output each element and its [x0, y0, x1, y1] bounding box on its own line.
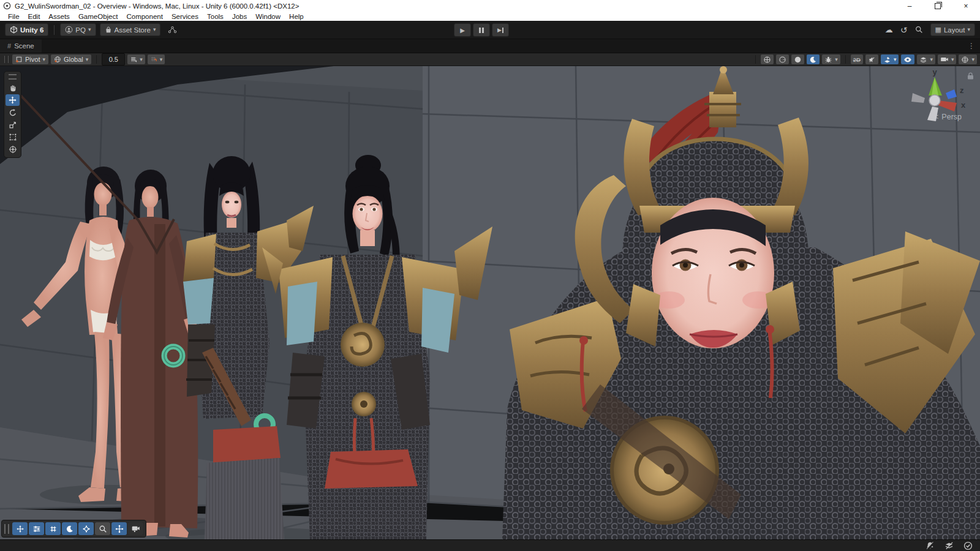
- menu-tools[interactable]: Tools: [203, 13, 228, 20]
- view-hand-tool-button[interactable]: [6, 82, 20, 94]
- overlay-toolbar-bottom: [1, 520, 146, 538]
- unity-app-icon: [3, 2, 11, 10]
- grid-snap-dropdown[interactable]: ▾: [127, 54, 145, 64]
- gizmo-y-label[interactable]: y: [932, 69, 937, 77]
- notifications-muted-icon[interactable]: [925, 541, 935, 551]
- grid-size-field[interactable]: [102, 53, 125, 66]
- audio-toggle-button[interactable]: [865, 54, 878, 64]
- account-dropdown-button[interactable]: PQ ▾: [60, 23, 96, 36]
- progress-ok-icon[interactable]: [963, 541, 973, 551]
- gizmo-x-label[interactable]: x: [961, 100, 966, 110]
- rect-tool-button[interactable]: [6, 131, 20, 143]
- handle-space-label: Global: [64, 56, 83, 63]
- camera-view-button[interactable]: [776, 54, 789, 64]
- close-button[interactable]: ×: [952, 0, 980, 12]
- menu-services[interactable]: Services: [167, 13, 203, 20]
- window-controls: – ×: [895, 0, 980, 12]
- overlay-camera-toggle[interactable]: [128, 522, 143, 535]
- overlay-search-toggle[interactable]: [95, 522, 110, 535]
- account-name-label: PQ: [75, 26, 86, 34]
- window-title: G2_WulinSwordman_02 - Overview - Windows…: [15, 2, 299, 10]
- overlay-tools-toggle[interactable]: [12, 522, 28, 535]
- toolbar-drag-handle[interactable]: [4, 56, 9, 63]
- pivot-icon: [15, 56, 23, 63]
- overlay-layers-icon: [883, 56, 891, 64]
- eye-icon: [903, 56, 912, 64]
- increment-snap-dropdown[interactable]: ▾: [148, 54, 165, 64]
- lighting-toggle-button[interactable]: [791, 54, 804, 64]
- tab-scene[interactable]: # Scene: [0, 39, 42, 53]
- menu-component[interactable]: Component: [122, 13, 167, 20]
- restore-button[interactable]: [924, 0, 952, 12]
- grid-icon: [49, 525, 58, 533]
- step-button[interactable]: ▶: [492, 23, 509, 37]
- sliders-icon: [32, 525, 41, 533]
- layout-dropdown-button[interactable]: ▦ Layout ▾: [930, 23, 975, 36]
- scene-viewport[interactable]: y z x < Persp: [0, 66, 980, 539]
- handle-space-dropdown[interactable]: Global ▾: [51, 54, 91, 64]
- cloud-services-icon[interactable]: ☁: [885, 25, 893, 34]
- layers-stack-icon: [919, 56, 927, 64]
- scene-tab-label: Scene: [14, 42, 34, 50]
- transform-tool-button[interactable]: [6, 143, 20, 155]
- menu-assets[interactable]: Assets: [44, 13, 74, 20]
- menu-window[interactable]: Window: [251, 13, 285, 20]
- menu-jobs[interactable]: Jobs: [228, 13, 251, 20]
- menu-gameobject[interactable]: GameObject: [74, 13, 123, 20]
- minimize-button[interactable]: –: [895, 0, 924, 12]
- separator: [96, 55, 97, 64]
- gizmo-axes: [911, 77, 957, 121]
- gizmo-z-label[interactable]: z: [960, 86, 964, 95]
- scene-visibility-button[interactable]: [901, 54, 914, 64]
- play-button[interactable]: ▶: [454, 23, 471, 37]
- pause-button[interactable]: [473, 23, 490, 37]
- collab-network-icon[interactable]: [168, 26, 177, 34]
- 2d-icon: 2D: [853, 56, 861, 63]
- orientation-cross-icon: [115, 525, 124, 533]
- increment-snap-icon: [150, 56, 157, 63]
- effects-dropdown-button[interactable]: ▾: [822, 54, 840, 64]
- move-tool-button[interactable]: [6, 94, 20, 106]
- scene-lighting-toggle-button[interactable]: [807, 54, 820, 64]
- asset-store-button[interactable]: Asset Store ▾: [100, 23, 161, 36]
- scene-grid-icon: #: [7, 42, 11, 50]
- overlay-grid-snap-toggle[interactable]: [45, 522, 61, 535]
- undo-history-icon[interactable]: ↺: [900, 25, 908, 35]
- chevron-down-icon: ▾: [160, 57, 163, 62]
- overlay-tool-settings-toggle[interactable]: [29, 522, 44, 535]
- rotate-tool-button[interactable]: [6, 107, 20, 118]
- unity-hub-button[interactable]: Unity 6: [5, 23, 48, 36]
- 2d-view-toggle-button[interactable]: 2D: [851, 54, 863, 64]
- separator: [845, 55, 846, 64]
- menu-help[interactable]: Help: [285, 13, 308, 20]
- overlay-view-options-toggle[interactable]: [62, 522, 77, 535]
- overlay-drag-handle[interactable]: [4, 524, 9, 534]
- menu-file[interactable]: File: [4, 13, 24, 20]
- layers-dropdown-button[interactable]: ▾: [917, 54, 935, 64]
- search-icon[interactable]: [915, 26, 923, 34]
- layout-label: Layout: [944, 26, 965, 34]
- panel-tab-bar: # Scene ⋮: [0, 39, 980, 53]
- palette-drag-handle[interactable]: [9, 74, 17, 80]
- light-sphere-icon: [794, 56, 802, 64]
- overlay-gizmos-toggle[interactable]: [78, 522, 94, 535]
- chevron-down-icon: ▾: [894, 57, 897, 62]
- draw-mode-button[interactable]: [761, 54, 774, 64]
- gizmo-sphere-icon: [961, 56, 969, 64]
- step-icon: ▶: [497, 27, 503, 33]
- lighting-bake-status-icon[interactable]: [944, 541, 954, 551]
- gizmos-dropdown-button[interactable]: ▾: [959, 54, 977, 64]
- audio-muted-icon: [868, 56, 876, 64]
- orientation-gizmo[interactable]: y z x: [898, 69, 971, 130]
- overlay-orientation-toggle[interactable]: [111, 522, 127, 535]
- pivot-mode-dropdown[interactable]: Pivot ▾: [12, 54, 48, 64]
- scale-tool-button[interactable]: [6, 119, 20, 130]
- status-bar: [0, 539, 980, 551]
- overlays-dropdown-button[interactable]: ▾: [881, 54, 899, 64]
- menu-edit[interactable]: Edit: [24, 13, 45, 20]
- panel-menu-kebab-icon[interactable]: ⋮: [968, 42, 980, 50]
- camera-settings-dropdown-button[interactable]: ▾: [938, 54, 957, 64]
- chevron-down-icon: ▾: [88, 27, 91, 32]
- search-icon: [99, 525, 107, 533]
- tools-overlay-palette: [4, 71, 21, 158]
